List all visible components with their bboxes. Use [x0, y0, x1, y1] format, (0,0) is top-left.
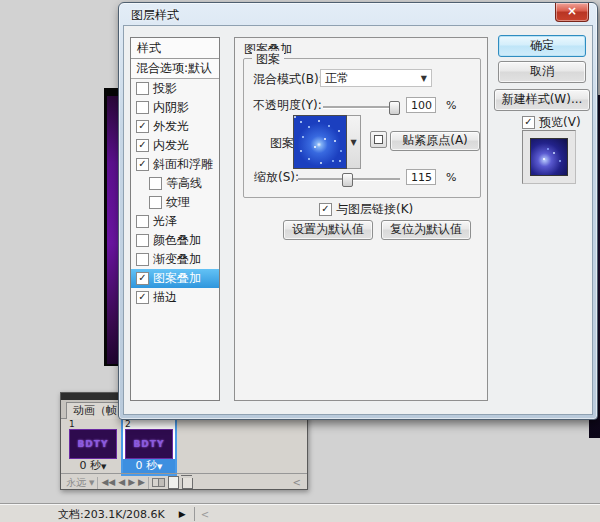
- preview-checkbox[interactable]: ✓ 预览(V): [522, 114, 581, 131]
- divider: [194, 507, 195, 521]
- next-frame-button[interactable]: ▶: [138, 475, 145, 490]
- preview-label: 预览(V): [539, 114, 581, 131]
- checkbox[interactable]: [149, 196, 162, 209]
- frame-thumbnail[interactable]: BDTY: [69, 429, 117, 459]
- styles-list: 样式 混合选项:默认 投影 内阴影 ✓ 外发光 ✓ 内: [130, 37, 220, 401]
- scale-slider[interactable]: [298, 178, 400, 181]
- sidebar-item-blending-options[interactable]: 混合选项:默认: [131, 59, 219, 79]
- opacity-slider-thumb[interactable]: [389, 101, 400, 115]
- chevron-down-icon: ▼: [421, 74, 427, 83]
- reset-default-button[interactable]: 复位为默认值: [381, 220, 471, 240]
- sidebar-item-pattern-overlay[interactable]: ✓ 图案叠加: [131, 269, 219, 288]
- loop-value: 永远: [66, 476, 86, 490]
- frame-delay-value: 0 秒: [136, 459, 158, 472]
- dialog-titlebar[interactable]: 图层样式: [119, 3, 597, 25]
- scale-percent-label: %: [446, 171, 456, 184]
- blend-mode-dropdown[interactable]: 正常 ▼: [320, 69, 432, 87]
- frame-delay-value: 0 秒: [80, 459, 102, 472]
- sidebar-item-gradient-overlay[interactable]: 渐变叠加: [131, 250, 219, 269]
- link-with-layer-checkbox[interactable]: ✓ 与图层链接(K): [319, 201, 413, 218]
- style-item-label: 光泽: [153, 213, 177, 230]
- set-default-button[interactable]: 设置为默认值: [283, 220, 373, 240]
- play-button[interactable]: ▶: [128, 475, 135, 490]
- loop-dropdown[interactable]: 永远 ▼: [66, 476, 94, 490]
- style-item-label: 斜面和浮雕: [153, 156, 213, 173]
- divider: [148, 477, 149, 489]
- opacity-slider[interactable]: [323, 106, 400, 109]
- pattern-picker-arrow[interactable]: ▼: [347, 115, 361, 169]
- previous-frame-button[interactable]: ◀: [118, 475, 125, 490]
- scrollbar-left-arrow[interactable]: <: [201, 509, 209, 520]
- checkbox[interactable]: ✓: [136, 158, 149, 171]
- style-item-label: 图案叠加: [153, 270, 201, 287]
- sidebar-item-drop-shadow[interactable]: 投影: [131, 79, 219, 98]
- animation-frame-2-selected[interactable]: 2 BDTY 0 秒▼: [123, 420, 175, 474]
- opacity-label: 不透明度(Y):: [253, 97, 322, 114]
- sidebar-item-texture[interactable]: 纹理: [131, 193, 219, 212]
- dialog-title: 图层样式: [131, 7, 179, 24]
- divider: [97, 477, 98, 489]
- chevron-down-icon: ▼: [101, 463, 106, 471]
- scrollbar-left-arrow[interactable]: <: [293, 477, 301, 488]
- style-preview-thumbnail: [530, 138, 568, 176]
- pattern-swatch[interactable]: [293, 115, 347, 169]
- checkbox[interactable]: ✓: [319, 203, 332, 216]
- scale-input[interactable]: 115: [406, 169, 436, 185]
- document-size-readout: 文档:203.1K/208.6K: [58, 507, 165, 522]
- blend-mode-label: 混合模式(B):: [253, 71, 323, 88]
- close-button[interactable]: ×: [555, 3, 589, 22]
- scale-slider-thumb[interactable]: [342, 173, 353, 187]
- tween-icon[interactable]: [152, 478, 165, 488]
- snap-to-origin-button[interactable]: 贴紧原点(A): [390, 131, 480, 151]
- frame-thumbnail[interactable]: BDTY: [125, 429, 173, 459]
- checkbox[interactable]: ✓: [136, 120, 149, 133]
- style-item-label: 渐变叠加: [153, 251, 201, 268]
- frame-delay-dropdown[interactable]: 0 秒▼: [67, 459, 119, 474]
- checkbox[interactable]: [136, 82, 149, 95]
- pattern-starburst: [294, 116, 346, 168]
- status-popup-arrow-icon[interactable]: ▶: [179, 509, 186, 519]
- new-pattern-icon[interactable]: [370, 131, 387, 148]
- sidebar-item-stroke[interactable]: ✓ 描边: [131, 288, 219, 307]
- blend-mode-value: 正常: [325, 70, 349, 87]
- dialog-body: 样式 混合选项:默认 投影 内阴影 ✓ 外发光 ✓ 内: [123, 25, 593, 415]
- animation-frame-1[interactable]: 1 BDTY 0 秒▼: [67, 420, 119, 474]
- checkbox[interactable]: ✓: [136, 272, 149, 285]
- sidebar-item-outer-glow[interactable]: ✓ 外发光: [131, 117, 219, 136]
- new-frame-icon[interactable]: [168, 476, 179, 489]
- style-item-label: 等高线: [166, 175, 202, 192]
- checkbox[interactable]: [136, 215, 149, 228]
- frame-delay-dropdown[interactable]: 0 秒▼: [123, 459, 175, 474]
- sidebar-item-satin[interactable]: 光泽: [131, 212, 219, 231]
- checkbox[interactable]: [149, 177, 162, 190]
- cancel-button[interactable]: 取消: [498, 61, 586, 83]
- sidebar-item-color-overlay[interactable]: 颜色叠加: [131, 231, 219, 250]
- style-item-label: 描边: [153, 289, 177, 306]
- checkbox[interactable]: ✓: [136, 291, 149, 304]
- style-item-label: 投影: [153, 80, 177, 97]
- sidebar-item-inner-shadow[interactable]: 内阴影: [131, 98, 219, 117]
- scale-label: 缩放(S):: [254, 169, 299, 186]
- sparkle: [543, 158, 545, 160]
- sidebar-item-bevel-emboss[interactable]: ✓ 斜面和浮雕: [131, 155, 219, 174]
- sidebar-item-contour[interactable]: 等高线: [131, 174, 219, 193]
- checkbox[interactable]: ✓: [522, 116, 535, 129]
- checkbox[interactable]: [136, 101, 149, 114]
- style-item-label: 颜色叠加: [153, 232, 201, 249]
- pattern-stars: [294, 116, 296, 118]
- delete-frame-icon[interactable]: [182, 478, 193, 489]
- first-frame-button[interactable]: ◀◀: [101, 475, 115, 490]
- frame-number: 2: [123, 420, 175, 429]
- checkbox[interactable]: [136, 234, 149, 247]
- checkbox[interactable]: [136, 253, 149, 266]
- ok-button[interactable]: 确定: [498, 35, 586, 57]
- style-item-label: 混合选项:默认: [136, 60, 212, 77]
- new-style-button[interactable]: 新建样式(W)...: [494, 89, 590, 111]
- opacity-input[interactable]: 100: [406, 97, 436, 113]
- status-bar: 文档:203.1K/208.6K ▶ <: [0, 504, 600, 522]
- opacity-percent-label: %: [446, 99, 456, 112]
- sidebar-item-inner-glow[interactable]: ✓ 内发光: [131, 136, 219, 155]
- style-item-label: 内发光: [153, 137, 189, 154]
- checkbox[interactable]: ✓: [136, 139, 149, 152]
- layer-style-dialog: 图层样式 × 样式 混合选项:默认 投影 内阴影 ✓: [118, 2, 598, 420]
